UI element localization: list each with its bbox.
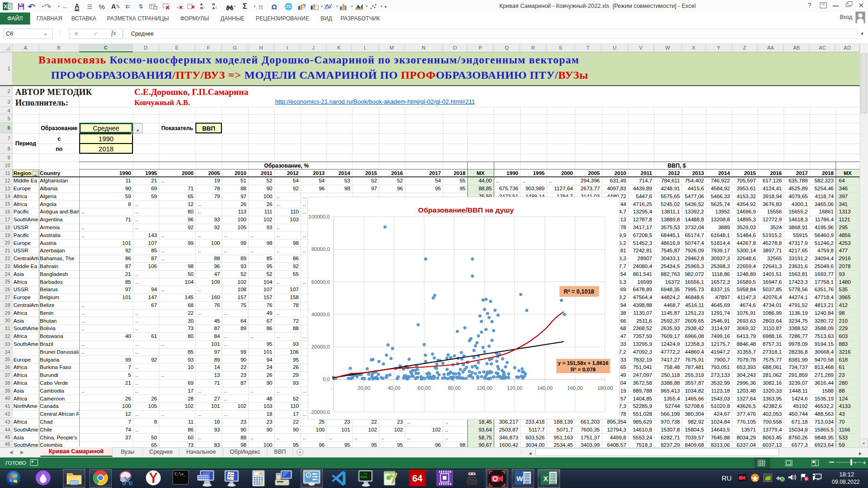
svg-text:?: ? [302, 3, 306, 10]
svg-text:R² = 0,1018: R² = 0,1018 [564, 288, 594, 295]
svg-text:160,00: 160,00 [567, 385, 583, 391]
svg-text:y = 151,58x + 1,8616: y = 151,58x + 1,8616 [558, 360, 608, 366]
svg-text:100000,0: 100000,0 [308, 214, 330, 219]
svg-text:Образование/ВВП на душу: Образование/ВВП на душу [418, 206, 514, 214]
svg-text:180,00: 180,00 [598, 385, 613, 391]
svg-text:-20000,0: -20000,0 [310, 409, 330, 415]
svg-text:40,00: 40,00 [388, 385, 401, 391]
svg-text:80000,0: 80000,0 [311, 246, 330, 252]
svg-text:80,00: 80,00 [448, 385, 461, 391]
svg-text:140,00: 140,00 [537, 385, 553, 391]
svg-text:20,00: 20,00 [358, 385, 371, 391]
svg-text:✕: ✕ [165, 5, 170, 10]
svg-text:20000,0: 20000,0 [311, 344, 330, 350]
svg-text:✕: ✕ [179, 5, 183, 10]
svg-text:X: X [4, 4, 7, 9]
svg-text:40000,0: 40000,0 [311, 312, 330, 317]
svg-text:64: 64 [412, 473, 423, 483]
svg-text:100,00: 100,00 [477, 385, 492, 391]
svg-text:X: X [543, 475, 548, 482]
svg-text:C:\>_: C:\>_ [175, 472, 186, 476]
svg-text:W: W [516, 475, 523, 482]
svg-text:R² = 0,078: R² = 0,078 [571, 367, 596, 372]
svg-text:-: - [331, 385, 333, 391]
svg-text:120,00: 120,00 [507, 385, 522, 391]
svg-text:60,00: 60,00 [418, 385, 431, 391]
svg-text:✕: ✕ [191, 4, 195, 10]
svg-text:#@%&: #@%& [360, 475, 367, 478]
svg-text:0,0: 0,0 [323, 376, 330, 382]
svg-text:60000,0: 60000,0 [311, 279, 330, 285]
